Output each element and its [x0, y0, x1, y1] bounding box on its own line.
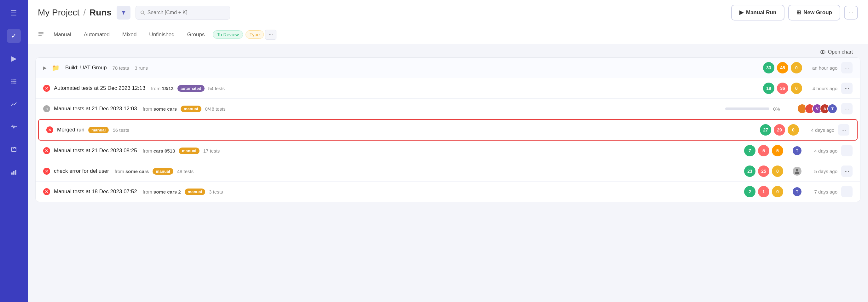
tab-unfinished[interactable]: Unfinished	[144, 29, 180, 40]
bar-chart-icon[interactable]	[7, 165, 21, 179]
score-yellow: 0	[791, 83, 802, 94]
play-icon[interactable]: ▶	[7, 52, 21, 66]
progress-bar-container: 0%	[725, 106, 788, 112]
filter-button[interactable]	[117, 6, 130, 20]
expand-icon[interactable]: ▶	[43, 65, 46, 70]
export-icon[interactable]	[7, 143, 21, 156]
play-icon: ▶	[739, 9, 744, 16]
trend-icon[interactable]	[7, 97, 21, 111]
tests-count: 3 tests	[209, 189, 223, 194]
tab-badge-type[interactable]: Type	[246, 30, 264, 39]
manual-run-label: Manual Run	[746, 9, 776, 16]
svg-rect-0	[11, 80, 12, 80]
new-group-label: New Group	[803, 9, 832, 16]
run-time: 4 days ago	[806, 148, 837, 153]
tab-automated[interactable]: Automated	[78, 29, 115, 40]
table-row: ▶ 📁 Build: UAT Group 78 tests 3 runs 33 …	[36, 58, 860, 78]
score-red: 36	[777, 83, 788, 94]
row-more-button[interactable]: ···	[841, 62, 852, 73]
run-name: Manual tests at 21 Dec 2023 08:25	[54, 148, 137, 154]
run-scores: 27 29 0	[760, 124, 799, 135]
new-group-button[interactable]: ⊞ New Group	[788, 5, 840, 21]
score-red: 25	[758, 165, 769, 177]
svg-rect-7	[11, 173, 12, 175]
tabs-bar: Manual Automated Mixed Unfinished Groups…	[28, 25, 868, 44]
run-scores: 18 36 0	[763, 83, 802, 94]
status-icon: ✕	[43, 188, 50, 195]
tab-more-button[interactable]: ···	[265, 30, 276, 40]
open-chart-button[interactable]: Open chart	[820, 49, 853, 55]
avatar: T	[792, 187, 802, 197]
menu-icon[interactable]: ☰	[7, 6, 21, 20]
row-more-button[interactable]: ···	[838, 124, 849, 135]
score-yellow: 0	[791, 62, 802, 73]
svg-point-17	[822, 51, 823, 53]
status-icon: ○	[43, 105, 50, 112]
main-area: My Project / Runs ▶ Manual Run ⊞ New Gro…	[28, 0, 868, 302]
row-more-button[interactable]: ···	[841, 103, 852, 115]
tab-manual[interactable]: Manual	[48, 29, 77, 40]
svg-rect-9	[15, 170, 17, 175]
run-name: Merged run	[57, 127, 85, 133]
search-input[interactable]	[148, 10, 225, 16]
run-name: Manual tests at 18 Dec 2023 07:52	[54, 188, 137, 195]
score-orange: 45	[777, 62, 788, 73]
score-yellow: 0	[787, 124, 799, 135]
sidebar: ☰ ✓ ▶	[0, 0, 28, 302]
run-name: Manual tests at 21 Dec 2023 12:03	[54, 105, 137, 112]
open-chart-label: Open chart	[828, 49, 853, 55]
tests-count: 78 tests	[113, 65, 129, 71]
svg-rect-8	[13, 171, 14, 175]
project-name: My Project	[38, 7, 80, 18]
row-more-button[interactable]: ···	[841, 186, 852, 197]
run-from: from 13/12	[151, 86, 174, 91]
folder-icon: 📁	[52, 64, 60, 71]
eye-icon	[820, 49, 826, 55]
run-scores: 2 1 0	[744, 186, 783, 197]
header-more-button[interactable]: ···	[844, 6, 858, 20]
score-green: 2	[744, 186, 755, 197]
run-time: 4 hours ago	[806, 86, 837, 91]
tests-count: 17 tests	[203, 148, 220, 153]
score-red: 1	[758, 186, 769, 197]
tabs-list-icon[interactable]	[38, 31, 44, 38]
run-avatars: T	[792, 187, 802, 197]
more-icon: ···	[848, 9, 854, 16]
avatar: T	[827, 104, 837, 114]
svg-rect-13	[38, 32, 43, 33]
run-scores: 23 25 0	[744, 165, 783, 177]
run-scores: 33 45 0	[763, 62, 802, 73]
progress-label: 0%	[773, 106, 780, 112]
list-icon[interactable]	[7, 74, 21, 88]
pulse-icon[interactable]	[7, 120, 21, 134]
row-more-button[interactable]: ···	[841, 83, 852, 94]
run-from: from some cars 2	[143, 189, 181, 194]
row-more-button[interactable]: ···	[841, 145, 852, 156]
run-name: check error for del user	[54, 168, 109, 174]
search-box[interactable]	[135, 6, 230, 20]
tab-mixed[interactable]: Mixed	[117, 29, 142, 40]
open-chart-bar: Open chart	[28, 44, 868, 57]
run-time: an hour ago	[806, 65, 837, 71]
status-icon: ✕	[43, 147, 50, 154]
score-green: 27	[760, 124, 771, 135]
tab-badge-to-review[interactable]: To Review	[213, 30, 243, 39]
svg-point-18	[796, 169, 798, 172]
check-icon[interactable]: ✓	[7, 29, 21, 43]
tab-groups[interactable]: Groups	[182, 29, 211, 40]
row-more-button[interactable]: ···	[841, 165, 852, 177]
progress-bar	[725, 108, 769, 110]
run-badge: manual	[179, 148, 199, 154]
manual-run-button[interactable]: ▶ Manual Run	[731, 5, 784, 21]
svg-rect-1	[13, 80, 17, 80]
svg-rect-4	[11, 83, 12, 84]
run-time: 4 days ago	[803, 127, 834, 133]
svg-point-11	[141, 11, 144, 13]
table-row: ✕ Automated tests at 25 Dec 2023 12:13 f…	[36, 78, 860, 99]
runs-table: ▶ 📁 Build: UAT Group 78 tests 3 runs 33 …	[35, 57, 861, 202]
run-badge: automated	[178, 85, 205, 92]
table-row: ✕ Manual tests at 18 Dec 2023 07:52 from…	[36, 182, 860, 202]
tests-count: 54 tests	[208, 86, 225, 91]
content-area: Open chart ▶ 📁 Build: UAT Group 78 tests…	[28, 44, 868, 302]
status-icon: ✕	[43, 168, 50, 175]
